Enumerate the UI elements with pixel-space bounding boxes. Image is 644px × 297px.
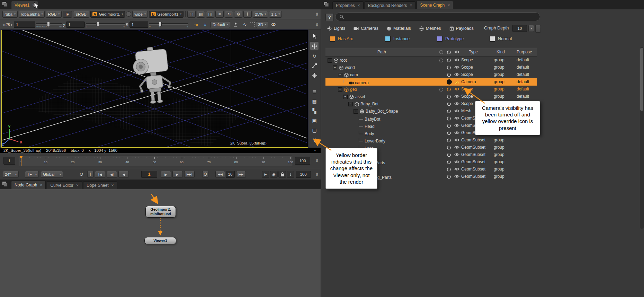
playbar-chevrons[interactable]: ≫ bbox=[315, 173, 320, 177]
scene-graph-row-asset[interactable]: −assetScopegroupdefault bbox=[325, 93, 537, 100]
tab-viewer1[interactable]: Viewer1 × bbox=[11, 1, 38, 9]
scene-graph-search-input[interactable] bbox=[346, 14, 536, 20]
graph-depth-dropdown[interactable]: ▾ bbox=[528, 25, 534, 32]
gamma-field[interactable]: 1 bbox=[66, 21, 85, 28]
tf-dropdown[interactable]: TF▾ bbox=[25, 171, 39, 178]
pixel-aspect-dropdown[interactable]: 1:1▾ bbox=[269, 11, 282, 18]
export-button[interactable]: ⇓ bbox=[287, 171, 294, 178]
eye-icon[interactable] bbox=[454, 124, 459, 127]
snap-arrow-icon[interactable]: ⇥ bbox=[192, 21, 200, 28]
eye-icon[interactable] bbox=[454, 102, 459, 105]
input-b-selector[interactable]: B GeoImport1 ▾ bbox=[149, 11, 184, 18]
scale-tool[interactable] bbox=[310, 62, 319, 70]
scene-graph-row-camera[interactable]: cameraCameragroupdefault bbox=[325, 78, 537, 86]
expander-icon[interactable]: − bbox=[338, 87, 342, 92]
input-process-button[interactable]: IP bbox=[63, 11, 72, 18]
lock-range-button[interactable] bbox=[278, 171, 286, 178]
viewer-3d-viewport[interactable]: Y X Z 2K_Super_35(full-ap) bbox=[1, 30, 308, 148]
close-icon[interactable]: × bbox=[410, 4, 412, 7]
current-frame-field[interactable]: 1 bbox=[141, 171, 157, 178]
range-start-field[interactable]: 1 bbox=[3, 157, 15, 165]
rotate-tool[interactable]: ↻ bbox=[310, 52, 319, 60]
split-view-icon[interactable]: ◫ bbox=[206, 11, 214, 18]
occlusion-person-icon[interactable] bbox=[231, 21, 240, 28]
scene-graph-row-geo[interactable]: −geoScopegroupdefault bbox=[325, 86, 537, 93]
skip-to-start-button[interactable]: |◀ bbox=[95, 171, 105, 178]
dashed-region-icon[interactable] bbox=[250, 22, 255, 27]
jump-increment-field[interactable]: 10 bbox=[226, 171, 235, 178]
scene-graph-scrollbar[interactable] bbox=[640, 47, 644, 229]
scrollbar-thumb[interactable] bbox=[640, 48, 643, 111]
step-forward-keyframe-button[interactable]: ▶| bbox=[172, 171, 183, 178]
power-visibility-icon[interactable] bbox=[447, 116, 451, 121]
expander-icon[interactable]: − bbox=[338, 73, 342, 77]
column-path[interactable]: Path bbox=[377, 48, 386, 56]
alpha-dropdown[interactable]: rgba.alpha▾ bbox=[19, 11, 45, 18]
panel-menu-icon[interactable] bbox=[2, 1, 8, 8]
layout-frame-icon[interactable]: ▢ bbox=[310, 126, 319, 134]
power-visibility-icon[interactable] bbox=[447, 72, 451, 77]
expander-icon[interactable]: − bbox=[348, 102, 353, 106]
timeline-ruler[interactable]: 1102030405060708090100 bbox=[19, 156, 293, 166]
eye-column-icon[interactable] bbox=[454, 50, 459, 54]
scene-graph-row-cam[interactable]: −camScopegroupdefault bbox=[325, 71, 537, 78]
toolbar-overflow-chevrons[interactable]: ≫ bbox=[315, 12, 320, 17]
column-kind[interactable]: Kind bbox=[497, 48, 505, 56]
scene-graph-row-root[interactable]: −rootScopegroupdefault bbox=[325, 56, 537, 64]
close-icon[interactable]: × bbox=[111, 184, 114, 187]
tab-properties[interactable]: Properties× bbox=[332, 1, 364, 9]
skip-to-end-button[interactable]: ▶▶| bbox=[184, 171, 195, 178]
tab-curve-editor[interactable]: Curve Editor× bbox=[47, 181, 82, 189]
column-type[interactable]: Type bbox=[469, 48, 478, 56]
power-visibility-icon[interactable] bbox=[447, 58, 451, 62]
display-channels-dropdown[interactable]: RGB▾ bbox=[46, 11, 62, 18]
loop-mode-icon[interactable]: ↺ bbox=[78, 171, 85, 178]
layout-grid-icon[interactable]: ▦ bbox=[310, 97, 319, 105]
toolbar-overflow-chevrons[interactable]: ≫ bbox=[315, 23, 320, 27]
tab-scene-graph[interactable]: Scene Graph× bbox=[417, 1, 453, 9]
saturation-field[interactable]: 1 bbox=[129, 21, 148, 28]
guides-icon[interactable]: # bbox=[201, 21, 209, 28]
wave-icon[interactable]: ∿ bbox=[241, 21, 249, 28]
input-a-selector[interactable]: A GeoImport1 ▾ bbox=[90, 11, 125, 18]
power-visibility-icon[interactable] bbox=[447, 123, 451, 128]
end-frame-field[interactable]: 100 bbox=[296, 171, 311, 178]
power-visibility-icon[interactable] bbox=[447, 174, 451, 179]
srgb-lut-button[interactable]: sRGB bbox=[73, 11, 89, 18]
power-visibility-icon[interactable] bbox=[447, 160, 451, 164]
eye-icon[interactable] bbox=[454, 160, 459, 164]
tab-node-graph[interactable]: Node Graph× bbox=[11, 181, 46, 189]
capture-button[interactable]: ◉ bbox=[270, 171, 278, 178]
close-icon[interactable]: × bbox=[76, 184, 79, 187]
timeline-chevrons[interactable]: ≫ bbox=[315, 159, 320, 163]
roi-settings-icon[interactable]: ⚙ bbox=[234, 11, 242, 18]
eye-icon[interactable] bbox=[454, 65, 459, 69]
gamma-slider[interactable]: 0 1 4 bbox=[86, 20, 125, 29]
playhead-knob[interactable] bbox=[19, 156, 23, 159]
close-icon[interactable]: × bbox=[358, 4, 360, 7]
layer-dropdown[interactable]: rgba▾ bbox=[2, 11, 18, 18]
lut-dropdown[interactable]: Default▾ bbox=[211, 21, 230, 28]
viewer-node[interactable]: Viewer1 bbox=[144, 237, 176, 244]
wipe-mode-dropdown[interactable]: wipe▾ bbox=[132, 11, 148, 18]
set-in-point-button[interactable]: I bbox=[87, 171, 93, 178]
jump-forward-button[interactable]: ▶▶ bbox=[236, 171, 246, 178]
mask-eye-icon[interactable] bbox=[269, 21, 278, 28]
power-visibility-icon[interactable] bbox=[447, 94, 451, 99]
tool-column-chevrons[interactable]: ≫ bbox=[310, 136, 318, 144]
translate-tool[interactable] bbox=[310, 42, 319, 50]
jump-back-button[interactable]: ◀◀ bbox=[215, 171, 225, 178]
frame-range-mode-dropdown[interactable]: Global▾ bbox=[41, 171, 63, 178]
snap-tool[interactable] bbox=[310, 71, 319, 79]
close-icon[interactable]: × bbox=[40, 183, 42, 187]
eye-icon[interactable] bbox=[454, 87, 459, 91]
refresh-icon[interactable]: ↻ bbox=[225, 11, 233, 18]
next-aperture-icon[interactable]: ▸ bbox=[11, 22, 13, 27]
eye-icon[interactable] bbox=[454, 175, 459, 178]
expander-icon[interactable]: − bbox=[343, 95, 348, 99]
panel-menu-icon[interactable] bbox=[323, 1, 330, 8]
scene-graph-row-world[interactable]: −worldScopegroupdefault bbox=[325, 64, 537, 71]
layout-stack-icon[interactable]: ≣ bbox=[310, 88, 319, 96]
power-visibility-icon[interactable] bbox=[447, 167, 451, 172]
eye-icon[interactable] bbox=[454, 95, 459, 98]
